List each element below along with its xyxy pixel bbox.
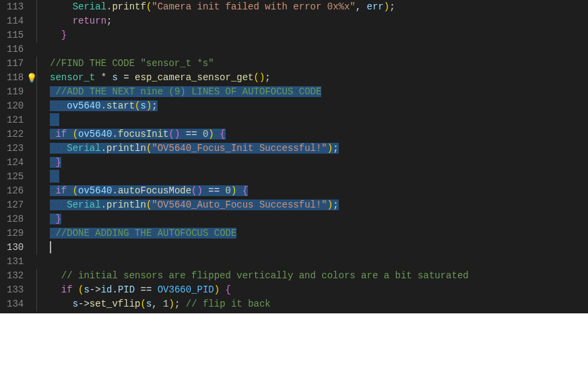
token bbox=[220, 284, 225, 295]
token: · bbox=[293, 86, 298, 97]
code-editor[interactable]: 1131141151161171181191201211221231241251… bbox=[0, 0, 588, 313]
token: ov5640 bbox=[78, 185, 112, 196]
token: ov5640 bbox=[78, 129, 112, 139]
code-area[interactable]: Serial.printf("Camera init failed with e… bbox=[36, 0, 588, 313]
line-number: 130 bbox=[7, 241, 24, 255]
line-number: 125 bbox=[7, 170, 24, 184]
token: THE bbox=[90, 86, 106, 97]
line-number: 119 bbox=[7, 85, 24, 99]
token: . bbox=[112, 284, 117, 295]
code-line[interactable]: ·//DONE·ADDING·THE·AUTOFOCUS·CODE bbox=[38, 226, 588, 241]
token bbox=[73, 284, 78, 295]
code-line[interactable]: ·} bbox=[38, 212, 588, 226]
token: NEXT bbox=[112, 86, 135, 97]
line-number: 131 bbox=[7, 255, 24, 269]
code-line[interactable]: ···Serial.println("OV5640_Auto_Focus·Suc… bbox=[38, 198, 588, 212]
code-line[interactable] bbox=[38, 170, 588, 184]
code-line[interactable] bbox=[38, 42, 588, 57]
token: Serial bbox=[73, 1, 106, 12]
code-line[interactable]: Serial.printf("Camera init failed with e… bbox=[38, 0, 588, 14]
token: · bbox=[208, 228, 214, 239]
token: printf bbox=[112, 1, 145, 12]
line-number: 122 bbox=[7, 127, 24, 142]
code-line[interactable]: return; bbox=[38, 14, 588, 28]
line-number-gutter: 1131141151161171181191201211221231241251… bbox=[0, 0, 36, 313]
code-line[interactable]: if (s->id.PID == OV3660_PID) { bbox=[38, 283, 588, 297]
token: . bbox=[112, 185, 117, 196]
token: · bbox=[254, 143, 259, 154]
token: CODE bbox=[299, 86, 322, 97]
lightbulb-icon[interactable]: 💡 bbox=[26, 71, 37, 86]
line-number: 129 bbox=[7, 226, 24, 241]
token: Serial bbox=[67, 199, 100, 210]
token: . bbox=[101, 199, 106, 210]
code-line[interactable]: ···ov5640.start(s); bbox=[38, 99, 588, 113]
token: · bbox=[90, 228, 95, 239]
token: ; bbox=[152, 100, 157, 111]
token: () bbox=[169, 129, 181, 139]
token: · bbox=[129, 228, 135, 239]
code-line[interactable]: // initial sensors are flipped verticall… bbox=[38, 269, 588, 283]
code-line[interactable]: ···Serial.println("OV5640_Focus_Init·Suc… bbox=[38, 142, 588, 156]
code-line[interactable]: ·//ADD·THE·NEXT·nine·(9)·LINES·OF·AUTOFO… bbox=[38, 85, 588, 99]
line-number: 118 bbox=[7, 71, 24, 85]
token: ) bbox=[327, 199, 333, 210]
token: // initial sensors are flipped verticall… bbox=[61, 270, 469, 281]
code-line[interactable]: 💡 sensor_t * s = esp_camera_sensor_get()… bbox=[38, 71, 588, 85]
code-line[interactable] bbox=[38, 241, 588, 255]
token: } bbox=[55, 214, 61, 224]
code-line[interactable]: } bbox=[38, 28, 588, 42]
token: sensor_t bbox=[50, 72, 95, 83]
token: println bbox=[106, 143, 146, 154]
token: ; bbox=[174, 299, 186, 309]
token: nine bbox=[141, 86, 164, 97]
line-number: 117 bbox=[7, 57, 24, 71]
token: 0 bbox=[226, 185, 231, 196]
token: · bbox=[186, 86, 191, 97]
token: s bbox=[84, 284, 89, 295]
token: ) bbox=[208, 129, 214, 139]
token: * bbox=[95, 72, 112, 83]
token: 1 bbox=[163, 299, 168, 309]
token: if bbox=[55, 185, 67, 196]
token: · bbox=[220, 185, 225, 196]
line-number: 120 bbox=[7, 99, 24, 113]
token: PID bbox=[118, 284, 135, 295]
token: CODE bbox=[214, 228, 237, 239]
code-line[interactable]: s->set_vflip(s, 1); // flip it back bbox=[38, 297, 588, 311]
code-line[interactable]: ·if·(ov5640.focusInit()·==·0)·{ bbox=[38, 127, 588, 142]
code-line[interactable]: //FIND THE CODE "sensor_t *s" bbox=[38, 57, 588, 71]
token: start bbox=[106, 100, 135, 111]
token: · bbox=[220, 86, 225, 97]
token: ( bbox=[73, 185, 78, 196]
code-line[interactable] bbox=[38, 113, 588, 127]
token: { bbox=[226, 284, 231, 295]
token: Successful!" bbox=[259, 143, 327, 154]
token: s bbox=[73, 299, 78, 309]
token: . bbox=[101, 100, 106, 111]
token: == bbox=[208, 185, 220, 196]
token: · bbox=[135, 86, 140, 97]
token: ( bbox=[140, 299, 145, 309]
token: · bbox=[214, 129, 220, 139]
token: · bbox=[152, 228, 157, 239]
token: () bbox=[254, 72, 265, 83]
token: Successful!" bbox=[259, 199, 327, 210]
token: · bbox=[180, 129, 185, 139]
token: (9) bbox=[169, 86, 186, 97]
token: return bbox=[73, 15, 106, 26]
token: · bbox=[236, 185, 242, 196]
code-line[interactable]: ·if·(ov5640.autoFocusMode()·==·0)·{ bbox=[38, 184, 588, 198]
token: set_vflip bbox=[90, 299, 141, 309]
token: ··· bbox=[50, 100, 67, 111]
token: LINES bbox=[191, 86, 220, 97]
line-number: 132 bbox=[7, 269, 24, 283]
line-number: 124 bbox=[7, 156, 24, 170]
token: . bbox=[112, 129, 117, 139]
code-line[interactable] bbox=[38, 255, 588, 269]
line-number: 128 bbox=[7, 212, 24, 226]
token: ; bbox=[333, 199, 338, 210]
line-number: 113 bbox=[7, 0, 24, 14]
code-line[interactable]: ·} bbox=[38, 156, 588, 170]
token: autoFocusMode bbox=[118, 185, 191, 196]
